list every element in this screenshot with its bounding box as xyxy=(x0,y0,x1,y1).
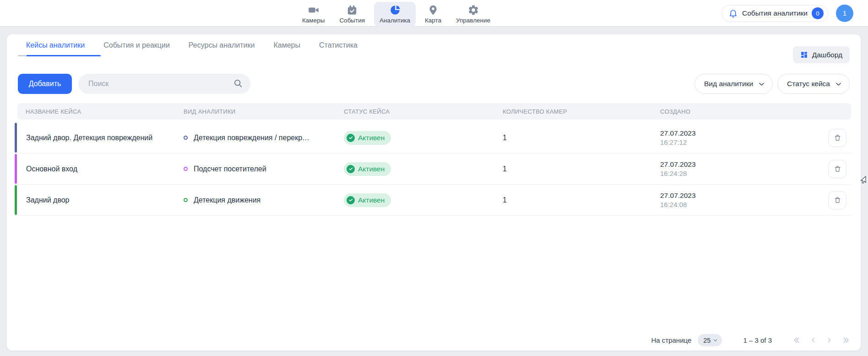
pie-chart-icon xyxy=(389,4,401,16)
type-ring-icon xyxy=(184,198,188,202)
bell-icon xyxy=(728,9,738,18)
calendar-check-icon xyxy=(346,4,358,16)
status-label: Активен xyxy=(358,165,385,173)
filters: Вид аналитики Статус кейса xyxy=(694,74,850,94)
tab-analytics-resources[interactable]: Ресурсы аналитики xyxy=(189,41,255,56)
check-circle-icon xyxy=(347,134,355,142)
nav-item-events[interactable]: События xyxy=(334,2,370,27)
chevron-down-icon xyxy=(758,81,765,88)
add-case-button[interactable]: Добавить xyxy=(18,74,72,94)
trash-icon xyxy=(834,134,841,142)
toolbar: Добавить Вид аналитики Статус кейса xyxy=(18,74,850,94)
created-cell: 27.07.2023 16:24:28 xyxy=(659,160,815,178)
search-icon[interactable] xyxy=(233,78,243,88)
double-chevron-right-icon xyxy=(842,336,851,344)
trash-icon xyxy=(834,165,841,173)
dashboard-grid-icon xyxy=(800,51,808,59)
delete-case-button[interactable] xyxy=(828,160,846,178)
search-input[interactable] xyxy=(78,80,250,88)
chevron-down-icon xyxy=(713,338,718,343)
top-header: Камеры События Аналитика Карта Управлени… xyxy=(0,0,868,27)
cases-table: НАЗВАНИЕ КЕЙСА ВИД АНАЛИТИКИ СТАТУС КЕЙС… xyxy=(15,103,851,216)
events-count-badge: 0 xyxy=(812,7,824,19)
camera-count: 1 xyxy=(501,134,659,142)
analytics-type-filter[interactable]: Вид аналитики xyxy=(694,74,773,94)
table-row[interactable]: Задний двор. Детекция повреждений Детекц… xyxy=(15,122,851,153)
tab-label: События и реакции xyxy=(103,41,170,49)
events-button-label: События аналитики xyxy=(742,9,808,17)
per-page-label: На странице xyxy=(651,336,691,344)
status-badge: Активен xyxy=(344,131,391,145)
row-accent-bar xyxy=(15,185,17,215)
nav-item-analytics[interactable]: Аналитика xyxy=(374,2,416,27)
filter-label: Статус кейса xyxy=(787,80,830,88)
analytics-type-cell: Подсчет посетителей xyxy=(184,165,344,173)
camera-count: 1 xyxy=(501,165,659,173)
nav-item-management[interactable]: Управление xyxy=(450,2,496,27)
per-page-select[interactable]: 25 xyxy=(698,334,722,346)
status-badge: Активен xyxy=(344,162,391,176)
first-page-button[interactable] xyxy=(792,336,801,344)
status-badge: Активен xyxy=(344,193,391,207)
analytics-type-label: Детекция движения xyxy=(194,196,260,204)
analytics-cases-panel: Кейсы аналитики События и реакции Ресурс… xyxy=(6,34,861,351)
nav-label: Аналитика xyxy=(380,17,410,24)
check-circle-icon xyxy=(347,165,355,173)
case-status-cell: Активен xyxy=(344,131,501,145)
page-range: 1 – 3 of 3 xyxy=(743,336,772,344)
prev-page-button[interactable] xyxy=(810,336,817,344)
map-pin-icon xyxy=(427,4,439,16)
chevron-right-icon xyxy=(826,336,833,344)
case-status-filter[interactable]: Статус кейса xyxy=(777,74,850,94)
row-accent-bar xyxy=(15,123,17,153)
row-actions xyxy=(815,160,851,178)
created-date: 27.07.2023 xyxy=(660,129,815,138)
filter-label: Вид аналитики xyxy=(704,80,753,88)
gear-icon xyxy=(467,4,479,16)
tab-statistics[interactable]: Статистика xyxy=(319,41,358,56)
double-chevron-left-icon xyxy=(792,336,801,344)
tab-label: Кейсы аналитики xyxy=(26,41,85,49)
status-label: Активен xyxy=(358,134,385,142)
check-circle-icon xyxy=(347,196,355,204)
table-header: НАЗВАНИЕ КЕЙСА ВИД АНАЛИТИКИ СТАТУС КЕЙС… xyxy=(17,103,851,120)
last-page-button[interactable] xyxy=(842,336,851,344)
column-header-analytics-type: ВИД АНАЛИТИКИ xyxy=(184,108,344,115)
delete-case-button[interactable] xyxy=(828,129,846,147)
tab-events-reactions[interactable]: События и реакции xyxy=(103,41,170,56)
nav-label: Управление xyxy=(456,17,490,24)
analytics-events-button[interactable]: События аналитики 0 xyxy=(722,5,828,22)
camera-count: 1 xyxy=(501,196,659,204)
tab-cameras[interactable]: Камеры xyxy=(273,41,300,56)
analytics-type-cell: Детекция повреждения / перекр… xyxy=(184,134,344,142)
analytics-type-label: Детекция повреждения / перекр… xyxy=(194,134,309,142)
tab-label: Камеры xyxy=(273,41,300,49)
video-camera-icon xyxy=(308,4,320,16)
nav-item-cameras[interactable]: Камеры xyxy=(297,2,330,27)
pager-controls xyxy=(792,336,851,344)
avatar[interactable]: 1 xyxy=(836,5,853,22)
created-time: 16:24:28 xyxy=(660,169,815,178)
table-row[interactable]: Основной вход Подсчет посетителей Активе… xyxy=(15,153,851,185)
dashboard-button[interactable]: Дашборд xyxy=(793,46,850,63)
header-right: События аналитики 0 1 xyxy=(722,0,853,27)
analytics-type-label: Подсчет посетителей xyxy=(194,165,266,173)
column-header-case-name: НАЗВАНИЕ КЕЙСА xyxy=(17,108,184,115)
nav-item-map[interactable]: Карта xyxy=(419,2,447,27)
column-header-created: СОЗДАНО xyxy=(659,108,851,115)
tab-analytics-cases[interactable]: Кейсы аналитики xyxy=(26,41,85,56)
pagination: На странице 25 1 – 3 of 3 xyxy=(651,334,851,346)
trash-icon xyxy=(834,196,841,204)
delete-case-button[interactable] xyxy=(828,191,846,209)
active-tab-indicator xyxy=(18,55,101,56)
case-name: Основной вход xyxy=(15,165,184,173)
created-cell: 27.07.2023 16:24:08 xyxy=(659,191,815,209)
table-row[interactable]: Задний двор Детекция движения Активен 1 … xyxy=(15,185,851,216)
chevron-left-icon xyxy=(810,336,817,344)
case-name: Задний двор xyxy=(15,196,184,204)
created-cell: 27.07.2023 16:27:12 xyxy=(659,129,815,147)
type-ring-icon xyxy=(184,136,188,140)
tabs-row: Кейсы аналитики События и реакции Ресурс… xyxy=(7,34,861,56)
table-body: Задний двор. Детекция повреждений Детекц… xyxy=(15,122,851,216)
next-page-button[interactable] xyxy=(826,336,833,344)
